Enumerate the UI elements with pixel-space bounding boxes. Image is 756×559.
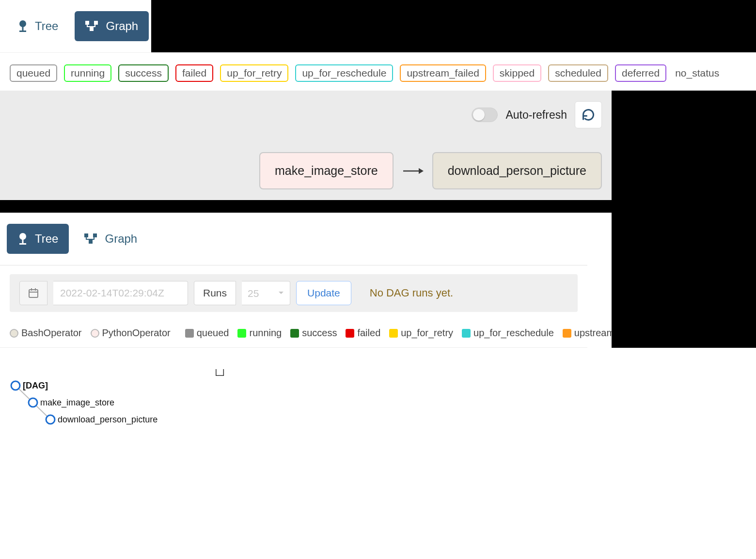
status-scheduled[interactable]: scheduled	[548, 64, 608, 82]
status-failed[interactable]: failed	[175, 64, 213, 82]
svg-point-8	[19, 233, 26, 240]
svg-rect-14	[29, 290, 38, 297]
status-skipped[interactable]: skipped	[493, 64, 541, 82]
tab-tree[interactable]: Tree	[7, 11, 69, 41]
base-date-input[interactable]	[53, 281, 188, 305]
tree-node-root-label: [DAG]	[23, 381, 48, 390]
calendar-icon	[28, 287, 39, 299]
run-filter-panel: Runs 25 Update No DAG runs yet.	[0, 265, 587, 312]
bracket-icon: └┘	[212, 369, 227, 382]
auto-refresh-label: Auto-refresh	[505, 109, 567, 122]
svg-point-0	[19, 20, 26, 27]
status-upstream-failed[interactable]: upstream_failed	[400, 64, 486, 82]
svg-rect-11	[84, 233, 88, 237]
legend-success[interactable]: success	[290, 327, 337, 339]
task-node-make-image-store[interactable]: make_image_store	[259, 152, 394, 189]
tree-legend: BashOperator PythonOperator queued runni…	[0, 312, 587, 348]
svg-rect-9	[22, 239, 24, 243]
svg-rect-5	[90, 27, 94, 31]
view-tabs-bottom: Tree Graph	[0, 213, 151, 265]
legend-resched[interactable]: up_for_reschedule	[462, 327, 554, 339]
status-running[interactable]: running	[64, 64, 111, 82]
status-up-for-reschedule[interactable]: up_for_reschedule	[295, 64, 393, 82]
svg-rect-3	[85, 21, 89, 25]
update-button[interactable]: Update	[296, 281, 351, 305]
legend-python-operator[interactable]: PythonOperator	[91, 327, 171, 339]
arrow-icon	[402, 166, 424, 176]
status-deferred[interactable]: deferred	[615, 64, 666, 82]
runs-label: Runs	[194, 281, 236, 305]
refresh-button[interactable]	[575, 101, 602, 128]
tree-icon	[17, 20, 28, 32]
tab-tree-label: Tree	[35, 232, 58, 246]
refresh-icon	[582, 108, 595, 122]
black-bg	[151, 0, 756, 52]
legend-retry[interactable]: up_for_retry	[389, 327, 453, 339]
view-tabs-top: Tree Graph	[0, 0, 151, 52]
svg-rect-13	[89, 240, 93, 244]
status-no-status[interactable]: no_status	[673, 67, 721, 79]
tree-node-root[interactable]	[11, 381, 20, 390]
svg-rect-10	[19, 243, 26, 245]
tree-icon	[17, 233, 28, 245]
graph-icon	[85, 21, 99, 31]
tab-graph-label: Graph	[105, 232, 137, 246]
no-dag-runs-message: No DAG runs yet.	[370, 287, 453, 299]
tree-node-download-person-picture[interactable]	[46, 415, 55, 424]
svg-marker-7	[419, 168, 424, 174]
tab-tree-label: Tree	[35, 19, 58, 33]
legend-queued[interactable]: queued	[185, 327, 229, 339]
svg-rect-12	[93, 233, 97, 237]
tree-view: └┘ [DAG] make_image_store download_perso…	[0, 348, 756, 474]
calendar-button[interactable]	[19, 281, 47, 305]
tab-graph[interactable]: Graph	[75, 11, 149, 41]
task-node-download-person-picture[interactable]: download_person_picture	[432, 152, 602, 189]
svg-rect-2	[19, 31, 26, 32]
status-queued[interactable]: queued	[10, 64, 57, 82]
circle-icon	[10, 329, 18, 338]
svg-rect-4	[94, 21, 98, 25]
black-bg	[0, 200, 612, 213]
tab-graph-label: Graph	[106, 19, 138, 33]
auto-refresh-toggle[interactable]	[472, 108, 498, 122]
circle-icon	[91, 329, 99, 338]
svg-rect-1	[22, 26, 24, 31]
tree-node-make-image-store[interactable]	[29, 398, 37, 407]
graph-panel: Auto-refresh make_image_store download_p…	[0, 91, 612, 200]
legend-running[interactable]: running	[237, 327, 282, 339]
legend-bash-operator[interactable]: BashOperator	[10, 327, 82, 339]
status-legend: queued running success failed up_for_ret…	[0, 52, 756, 91]
status-up-for-retry[interactable]: up_for_retry	[220, 64, 288, 82]
graph-dag: make_image_store download_person_picture	[259, 152, 602, 189]
tree-node-1-label: make_image_store	[40, 398, 114, 408]
runs-select[interactable]: 25	[242, 281, 290, 305]
tab-tree[interactable]: Tree	[7, 224, 69, 254]
graph-icon	[84, 233, 98, 244]
legend-failed[interactable]: failed	[346, 327, 380, 339]
legend-upfail[interactable]: upstream_failed	[563, 327, 643, 339]
tree-node-2-label: download_person_picture	[58, 415, 158, 425]
status-success[interactable]: success	[118, 64, 169, 82]
tab-graph[interactable]: Graph	[74, 224, 148, 254]
